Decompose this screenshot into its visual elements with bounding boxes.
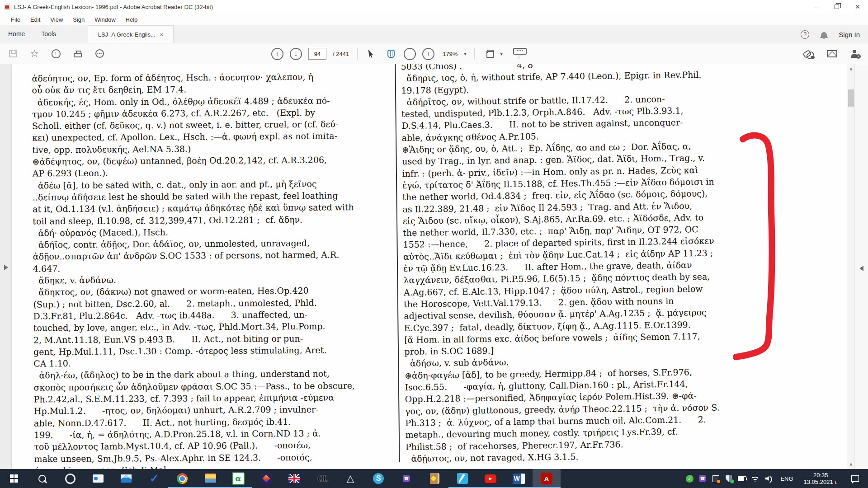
zoom-in-icon: + [427, 50, 430, 57]
print-button[interactable] [71, 47, 84, 60]
scroll-down-icon[interactable]: ∨ [847, 460, 855, 468]
file-explorer-icon[interactable] [196, 469, 224, 488]
taskbar-clock[interactable]: 20:35 13.05.2021 г. [801, 472, 840, 485]
uk-flag-icon[interactable] [280, 469, 308, 488]
send-email-icon[interactable] [827, 50, 837, 57]
text-line: at it, Od.1.134 (v.l. ἀηδήσειε) ; καμάτῳ… [33, 201, 401, 215]
tray-icons [685, 474, 773, 483]
cloud-dot-icon [811, 56, 815, 59]
previous-page-icon: ↑ [276, 50, 279, 57]
page-number-input[interactable] [308, 48, 326, 60]
tab-close-icon[interactable]: × [160, 32, 164, 38]
hand-tool-button[interactable] [385, 47, 397, 60]
tab-home[interactable]: Home [0, 25, 33, 43]
fit-width-icon[interactable] [486, 50, 494, 58]
scrollbar-thumb[interactable] [848, 89, 854, 107]
tools-pane-collapsed[interactable] [854, 64, 868, 469]
restore-icon [835, 5, 839, 9]
lexicon-left-column: ἀδεύητος, ον, Ep. form of ἀδέητος, Hsch.… [32, 70, 402, 469]
notifications-bell-icon[interactable] [821, 32, 827, 37]
menu-window[interactable]: Window [90, 15, 120, 24]
viber-tray-icon[interactable] [698, 474, 707, 483]
update-notification-icon[interactable] [711, 474, 720, 483]
zoom-level-value[interactable]: 179% [443, 51, 458, 57]
clock-date: 13.05.2021 г. [804, 479, 838, 485]
upload-cloud-button[interactable] [50, 47, 62, 60]
next-page-button[interactable]: ↓ [290, 48, 302, 60]
windows-defender-icon[interactable] [724, 474, 733, 483]
taskbar-apps [0, 469, 561, 488]
tab-document-label: LSJ- A Greek-Englis... [98, 31, 156, 38]
next-page-icon: ↓ [294, 50, 297, 57]
toolbar: ☆ ••• ↑ ↓ / 2441 − + 179% ▾ ▾ + [0, 43, 868, 64]
save-button[interactable] [6, 47, 19, 60]
prism-logo-icon[interactable] [252, 469, 280, 488]
people-icon[interactable] [84, 469, 112, 488]
close-button[interactable]: × [847, 0, 868, 14]
document-viewport: ἀδεύητος, ον, Ep. form of ἀδέητος, Hsch.… [0, 64, 868, 469]
tab-document[interactable]: LSJ- A Greek-Englis... × [88, 25, 174, 43]
menu-file[interactable]: File [6, 15, 25, 24]
cortana-icon[interactable] [56, 469, 84, 488]
vertical-scrollbar[interactable]: ∧ ∨ [847, 64, 854, 469]
menu-help[interactable]: Help [121, 15, 142, 24]
volume-icon[interactable] [764, 474, 773, 483]
fit-dropdown-icon[interactable]: ▾ [500, 52, 502, 56]
language-indicator[interactable]: ENG [778, 475, 795, 482]
chrome-icon[interactable] [168, 469, 196, 488]
minimize-button[interactable]: – [806, 0, 826, 14]
window-title: LSJ- A Greek-English Lexicon- 1996.pdf -… [14, 4, 213, 10]
wifi-icon[interactable] [750, 474, 760, 483]
menu-sign[interactable]: Sign [68, 15, 89, 24]
save-icon [9, 50, 17, 57]
previous-page-button[interactable]: ↑ [271, 48, 283, 60]
toolbar-separator [474, 48, 475, 60]
lexicon-right-column: 5033 (Chios) . 4, 8 ἄδηρις, ιος, ὁ, ἡ, w… [401, 64, 783, 465]
mail-icon[interactable] [112, 469, 140, 488]
skype-icon[interactable] [364, 469, 392, 488]
battery-icon[interactable] [737, 474, 746, 483]
todo-icon[interactable] [140, 469, 168, 488]
scroll-up-icon[interactable]: ∧ [847, 65, 855, 73]
paint-app-icon[interactable] [448, 469, 476, 488]
expand-tools-pane-icon[interactable] [859, 266, 863, 271]
word-icon[interactable] [505, 469, 533, 488]
zoom-out-icon: − [408, 50, 412, 57]
share-link-icon[interactable] [803, 50, 813, 57]
search-icon[interactable] [28, 469, 56, 488]
restore-button[interactable] [826, 0, 847, 14]
favorites-button[interactable]: ☆ [28, 47, 41, 60]
print-icon [74, 53, 82, 57]
tab-tools[interactable]: Tools [33, 25, 64, 43]
acrobat-icon[interactable] [533, 469, 561, 488]
close-icon: × [855, 2, 860, 12]
menu-edit[interactable]: Edit [26, 15, 45, 24]
dictionary-book-icon[interactable] [420, 469, 448, 488]
zoom-dropdown-icon[interactable]: ▾ [464, 52, 466, 56]
select-tool-button[interactable] [366, 47, 378, 60]
expand-nav-pane-icon[interactable] [4, 265, 8, 270]
zoom-in-button[interactable]: + [422, 48, 434, 60]
viber-icon[interactable] [392, 469, 420, 488]
plus-badge-icon: + [856, 54, 861, 59]
menu-view[interactable]: View [46, 15, 67, 24]
toolbar-separator [357, 48, 358, 60]
tab-home-label: Home [8, 30, 25, 38]
action-center-icon [851, 475, 859, 482]
alpha-dictionary-icon[interactable] [224, 469, 252, 488]
comment-button[interactable]: ••• [93, 47, 106, 60]
action-center-button[interactable] [846, 475, 863, 482]
youtube-icon[interactable] [476, 469, 505, 488]
sign-in-button[interactable]: Sign In [839, 31, 860, 38]
help-icon[interactable]: ? [801, 30, 809, 39]
delta-app-icon[interactable] [336, 469, 364, 488]
page-scrolling-icon[interactable] [513, 49, 525, 58]
zoom-out-button[interactable]: − [404, 48, 416, 60]
share-with-people-icon[interactable]: + [851, 50, 860, 58]
gl-app-icon[interactable] [308, 469, 336, 488]
navigation-pane-collapsed[interactable] [0, 64, 12, 469]
tab-bar: Home Tools LSJ- A Greek-Englis... × ? Si… [0, 25, 868, 43]
antivirus-check-icon[interactable] [685, 474, 694, 483]
pdf-page[interactable]: ἀδεύητος, ον, Ep. form of ἀδέητος, Hsch.… [12, 64, 847, 469]
start-button-icon[interactable] [0, 469, 28, 488]
